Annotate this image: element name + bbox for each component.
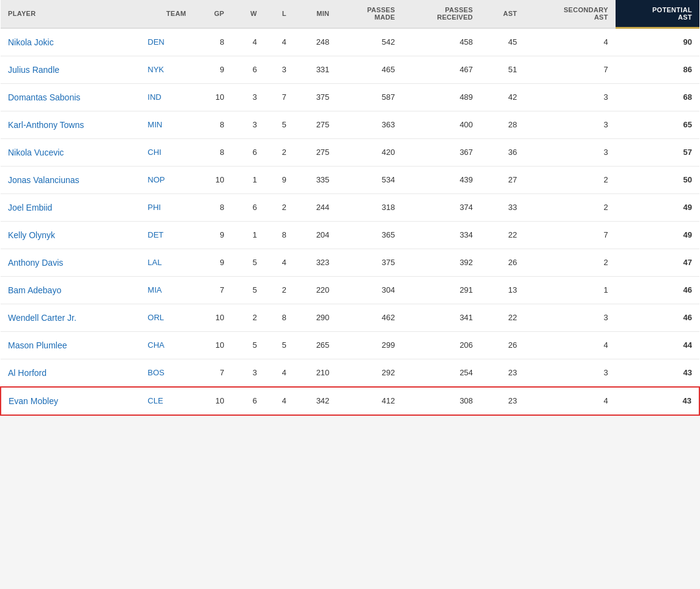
passes-made-cell: 299 xyxy=(337,331,402,359)
gp-cell: 7 xyxy=(193,359,231,387)
secondary-ast-cell: 1 xyxy=(524,276,616,304)
player-name-cell: Nikola Jokic xyxy=(1,28,140,56)
gp-cell: 10 xyxy=(193,304,231,331)
player-name-cell: Evan Mobley xyxy=(1,387,140,415)
gp-cell: 8 xyxy=(193,111,231,138)
team-cell: DET xyxy=(140,221,193,249)
min-cell: 342 xyxy=(294,387,337,415)
min-cell: 210 xyxy=(294,359,337,387)
team-cell: CHI xyxy=(140,138,193,166)
player-link[interactable]: Bam Adebayo xyxy=(8,285,61,295)
col-header-l: L xyxy=(264,0,294,28)
passes-made-cell: 412 xyxy=(337,387,402,415)
potential-ast-cell: 47 xyxy=(616,249,699,276)
l-cell: 8 xyxy=(264,304,294,331)
passes-received-cell: 439 xyxy=(403,166,480,193)
player-name-cell: Kelly Olynyk xyxy=(1,221,140,249)
table-row: Mason PlumleeCHA105526529920626444 xyxy=(1,331,699,359)
gp-cell: 7 xyxy=(193,276,231,304)
player-link[interactable]: Mason Plumlee xyxy=(8,340,67,350)
player-link[interactable]: Nikola Vucevic xyxy=(8,148,64,157)
stats-table-container: PLAYER TEAM GP W L MIN PASSESMADE PASSES… xyxy=(0,0,700,416)
passes-made-cell: 375 xyxy=(337,249,402,276)
l-cell: 7 xyxy=(264,83,294,111)
col-header-passes-received: PASSESRECEIVED xyxy=(403,0,480,28)
passes-received-cell: 254 xyxy=(403,359,480,387)
team-cell: NYK xyxy=(140,56,193,83)
player-name-cell: Julius Randle xyxy=(1,56,140,83)
passes-received-cell: 458 xyxy=(403,28,480,56)
ast-cell: 22 xyxy=(480,304,524,331)
min-cell: 248 xyxy=(294,28,337,56)
potential-ast-cell: 49 xyxy=(616,221,699,249)
player-name-cell: Wendell Carter Jr. xyxy=(1,304,140,331)
player-name-cell: Domantas Sabonis xyxy=(1,83,140,111)
passes-made-cell: 420 xyxy=(337,138,402,166)
potential-ast-cell: 86 xyxy=(616,56,699,83)
col-header-w: W xyxy=(231,0,264,28)
min-cell: 220 xyxy=(294,276,337,304)
player-link[interactable]: Wendell Carter Jr. xyxy=(8,313,76,323)
passes-made-cell: 534 xyxy=(337,166,402,193)
l-cell: 4 xyxy=(264,28,294,56)
player-link[interactable]: Nikola Jokic xyxy=(8,37,54,47)
secondary-ast-cell: 4 xyxy=(524,387,616,415)
l-cell: 4 xyxy=(264,359,294,387)
passes-made-cell: 462 xyxy=(337,304,402,331)
player-link[interactable]: Evan Mobley xyxy=(9,396,58,406)
team-cell: CHA xyxy=(140,331,193,359)
team-cell: PHI xyxy=(140,193,193,221)
team-cell: CLE xyxy=(140,387,193,415)
passes-received-cell: 392 xyxy=(403,249,480,276)
col-header-potential-ast: POTENTIALAST xyxy=(616,0,699,28)
ast-cell: 26 xyxy=(480,249,524,276)
passes-made-cell: 304 xyxy=(337,276,402,304)
w-cell: 6 xyxy=(231,193,264,221)
min-cell: 323 xyxy=(294,249,337,276)
table-row: Julius RandleNYK96333146546751786 xyxy=(1,56,699,83)
secondary-ast-cell: 4 xyxy=(524,28,616,56)
player-link[interactable]: Al Horford xyxy=(8,368,47,378)
team-cell: BOS xyxy=(140,359,193,387)
w-cell: 6 xyxy=(231,56,264,83)
col-header-passes-made: PASSESMADE xyxy=(337,0,402,28)
secondary-ast-cell: 4 xyxy=(524,331,616,359)
passes-made-cell: 318 xyxy=(337,193,402,221)
passes-received-cell: 341 xyxy=(403,304,480,331)
passes-made-cell: 365 xyxy=(337,221,402,249)
passes-made-cell: 587 xyxy=(337,83,402,111)
team-cell: MIN xyxy=(140,111,193,138)
player-link[interactable]: Joel Embiid xyxy=(8,203,52,212)
col-header-min: MIN xyxy=(294,0,337,28)
player-link[interactable]: Anthony Davis xyxy=(8,258,63,268)
col-header-secondary-ast: SECONDARYAST xyxy=(524,0,616,28)
passes-made-cell: 363 xyxy=(337,111,402,138)
w-cell: 5 xyxy=(231,276,264,304)
player-link[interactable]: Julius Randle xyxy=(8,65,59,75)
potential-ast-cell: 43 xyxy=(616,359,699,387)
team-cell: DEN xyxy=(140,28,193,56)
gp-cell: 8 xyxy=(193,138,231,166)
ast-cell: 28 xyxy=(480,111,524,138)
ast-cell: 22 xyxy=(480,221,524,249)
player-link[interactable]: Domantas Sabonis xyxy=(8,92,80,102)
ast-cell: 45 xyxy=(480,28,524,56)
w-cell: 6 xyxy=(231,138,264,166)
passes-made-cell: 542 xyxy=(337,28,402,56)
secondary-ast-cell: 2 xyxy=(524,193,616,221)
player-name-cell: Anthony Davis xyxy=(1,249,140,276)
l-cell: 2 xyxy=(264,193,294,221)
team-cell: ORL xyxy=(140,304,193,331)
potential-ast-cell: 50 xyxy=(616,166,699,193)
min-cell: 375 xyxy=(294,83,337,111)
w-cell: 5 xyxy=(231,331,264,359)
team-cell: NOP xyxy=(140,166,193,193)
passes-received-cell: 400 xyxy=(403,111,480,138)
ast-cell: 27 xyxy=(480,166,524,193)
player-link[interactable]: Karl-Anthony Towns xyxy=(8,120,84,130)
player-link[interactable]: Jonas Valanciunas xyxy=(8,175,79,185)
col-header-ast: AST xyxy=(480,0,524,28)
gp-cell: 10 xyxy=(193,387,231,415)
player-link[interactable]: Kelly Olynyk xyxy=(8,230,55,240)
min-cell: 335 xyxy=(294,166,337,193)
